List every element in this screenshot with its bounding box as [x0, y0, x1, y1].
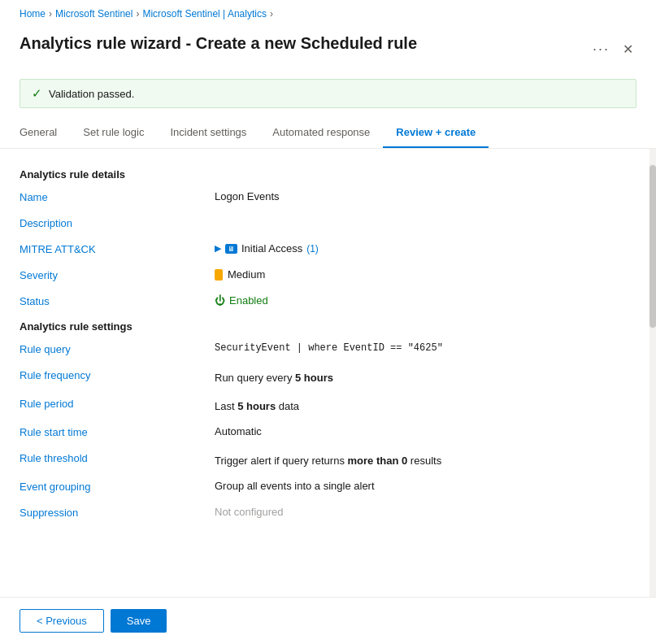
field-suppression: Suppression Not configured [20, 506, 636, 519]
field-label-suppression: Suppression [20, 506, 215, 519]
validation-banner: ✓ Validation passed. [20, 79, 636, 108]
field-description: Description [20, 216, 636, 229]
breadcrumb-sentinel[interactable]: Microsoft Sentinel [55, 8, 133, 20]
field-name: Name Logon Events [20, 190, 636, 203]
status-text: Enabled [229, 294, 268, 307]
field-rule-threshold: Rule threshold Trigger alert if query re… [20, 451, 636, 467]
breadcrumb-home[interactable]: Home [20, 8, 46, 20]
field-mitre: MITRE ATT&CK ▶ 🖥 Initial Access (1) [20, 242, 636, 255]
tab-set-rule-logic[interactable]: Set rule logic [70, 118, 157, 148]
field-rule-start-time: Rule start time Automatic [20, 425, 636, 438]
field-rule-frequency: Rule frequency Run query every 5 hours [20, 368, 636, 384]
severity-indicator [215, 269, 223, 281]
previous-button[interactable]: < Previous [20, 609, 104, 633]
rule-period-text: Last 5 hours data [215, 400, 636, 412]
mitre-tactic-icon: 🖥 [225, 244, 237, 254]
field-label-rule-frequency: Rule frequency [20, 368, 215, 381]
tab-review-create[interactable]: Review + create [383, 118, 489, 148]
dialog-title-actions: ··· ✕ [589, 37, 636, 61]
save-button[interactable]: Save [111, 609, 167, 633]
rule-settings-section-header: Analytics rule settings [20, 320, 636, 333]
rule-threshold-text: Trigger alert if query returns more than… [215, 455, 636, 467]
field-value-severity: Medium [215, 268, 636, 281]
status-power-icon: ⏻ [215, 294, 225, 307]
content-area: Analytics rule details Name Logon Events… [0, 149, 656, 597]
field-rule-query: Rule query SecurityEvent | where EventID… [20, 342, 636, 355]
validation-check-icon: ✓ [32, 86, 42, 101]
field-value-event-grouping: Group all events into a single alert [215, 480, 636, 492]
field-value-rule-threshold: Trigger alert if query returns more than… [215, 451, 636, 467]
field-value-mitre: ▶ 🖥 Initial Access (1) [215, 242, 636, 255]
field-value-rule-period: Last 5 hours data [215, 397, 636, 412]
scrollbar[interactable] [649, 149, 656, 597]
field-label-status: Status [20, 294, 215, 307]
field-severity: Severity Medium [20, 268, 636, 281]
more-options-button[interactable]: ··· [589, 37, 613, 61]
dialog-header: Analytics rule wizard - Create a new Sch… [0, 20, 656, 69]
mitre-count: (1) [306, 243, 319, 255]
field-label-severity: Severity [20, 268, 215, 281]
tab-bar: General Set rule logic Incident settings… [0, 118, 656, 149]
field-label-rule-period: Rule period [20, 397, 215, 410]
field-label-rule-start-time: Rule start time [20, 425, 215, 438]
field-label-rule-query: Rule query [20, 342, 215, 355]
field-status: Status ⏻ Enabled [20, 294, 636, 307]
analytics-rule-wizard-dialog: Home › Microsoft Sentinel › Microsoft Se… [0, 0, 656, 644]
field-event-grouping: Event grouping Group all events into a s… [20, 480, 636, 493]
tab-automated-response[interactable]: Automated response [259, 118, 383, 148]
field-label-event-grouping: Event grouping [20, 480, 215, 493]
field-label-mitre: MITRE ATT&CK [20, 242, 215, 255]
validation-message: Validation passed. [49, 88, 134, 100]
tab-incident-settings[interactable]: Incident settings [157, 118, 259, 148]
mitre-expand-icon[interactable]: ▶ [215, 243, 221, 254]
field-value-rule-frequency: Run query every 5 hours [215, 368, 636, 384]
field-label-description: Description [20, 216, 215, 229]
dialog-title: Analytics rule wizard - Create a new Sch… [20, 34, 589, 53]
mitre-tactic-label: Initial Access [241, 242, 302, 255]
field-value-rule-start-time: Automatic [215, 425, 636, 437]
field-value-name: Logon Events [215, 190, 636, 202]
severity-text: Medium [228, 268, 265, 281]
content-inner: Analytics rule details Name Logon Events… [20, 149, 636, 545]
field-rule-period: Rule period Last 5 hours data [20, 397, 636, 412]
field-label-name: Name [20, 190, 215, 203]
scrollbar-thumb[interactable] [649, 165, 656, 328]
rule-details-section-header: Analytics rule details [20, 168, 636, 181]
field-label-rule-threshold: Rule threshold [20, 451, 215, 464]
field-value-status: ⏻ Enabled [215, 294, 636, 307]
breadcrumb: Home › Microsoft Sentinel › Microsoft Se… [0, 0, 656, 20]
field-value-rule-query: SecurityEvent | where EventID == "4625" [215, 342, 636, 354]
rule-frequency-text: Run query every 5 hours [215, 372, 636, 384]
tab-general[interactable]: General [20, 118, 70, 148]
dialog-footer: < Previous Save [0, 597, 656, 644]
field-value-suppression: Not configured [215, 506, 636, 518]
close-button[interactable]: ✕ [619, 40, 636, 59]
breadcrumb-analytics[interactable]: Microsoft Sentinel | Analytics [142, 8, 267, 20]
